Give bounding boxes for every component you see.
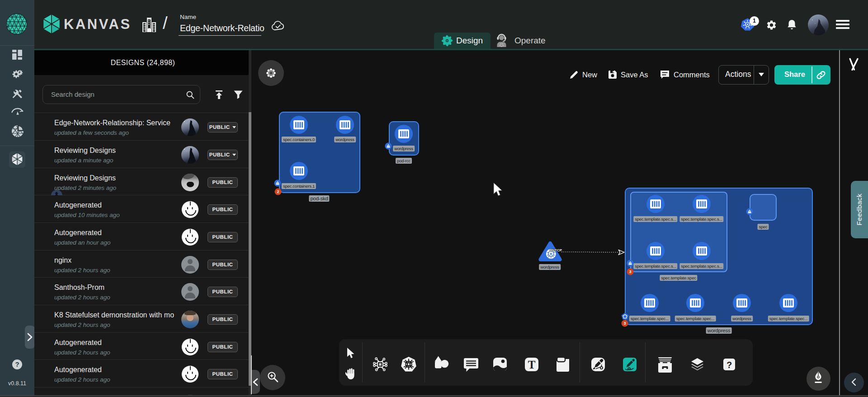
svg-text:T: T	[528, 359, 536, 371]
svg-text:?: ?	[726, 360, 732, 370]
